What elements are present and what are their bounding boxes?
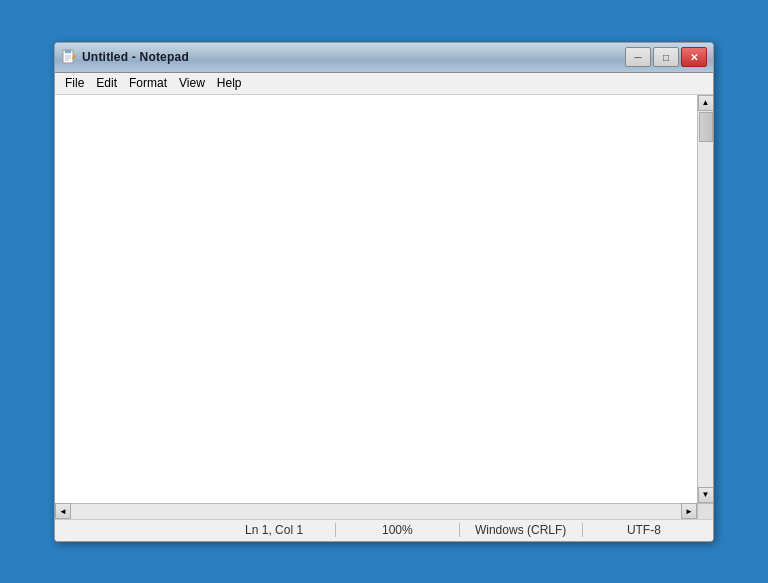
main-content: ▲ ▼ [55, 95, 713, 503]
status-bar: Ln 1, Col 1 100% Windows (CRLF) UTF-8 [55, 519, 713, 541]
menu-format[interactable]: Format [123, 74, 173, 92]
text-editor[interactable] [55, 95, 697, 503]
window-title: Untitled - Notepad [82, 50, 189, 64]
scroll-v-thumb[interactable] [699, 112, 713, 142]
menu-file[interactable]: File [59, 74, 90, 92]
scroll-right-arrow[interactable]: ► [681, 503, 697, 519]
status-zoom: 100% [336, 523, 459, 537]
scrollbar-corner [697, 503, 713, 519]
scroll-up-arrow[interactable]: ▲ [698, 95, 714, 111]
minimize-button[interactable]: ─ [625, 47, 651, 67]
notepad-icon [61, 49, 77, 65]
scroll-v-track[interactable] [698, 111, 713, 487]
text-with-scrollbar: ▲ ▼ [55, 95, 713, 503]
scroll-h-track[interactable] [71, 504, 681, 519]
horizontal-scrollbar[interactable]: ◄ ► [55, 503, 713, 519]
menu-view[interactable]: View [173, 74, 211, 92]
status-line-ending: Windows (CRLF) [460, 523, 583, 537]
scroll-left-arrow[interactable]: ◄ [55, 503, 71, 519]
menu-bar: File Edit Format View Help [55, 73, 713, 95]
bottom-area: ◄ ► Ln 1, Col 1 100% Windows (CRLF) UTF-… [55, 503, 713, 541]
menu-edit[interactable]: Edit [90, 74, 123, 92]
svg-rect-1 [65, 50, 71, 53]
close-button[interactable]: ✕ [681, 47, 707, 67]
vertical-scrollbar[interactable]: ▲ ▼ [697, 95, 713, 503]
title-bar: Untitled - Notepad ─ □ ✕ [55, 43, 713, 73]
title-bar-left: Untitled - Notepad [61, 49, 189, 65]
notepad-window: Untitled - Notepad ─ □ ✕ File Edit Forma… [54, 42, 714, 542]
menu-help[interactable]: Help [211, 74, 248, 92]
title-bar-buttons: ─ □ ✕ [625, 47, 707, 67]
scroll-down-arrow[interactable]: ▼ [698, 487, 714, 503]
maximize-button[interactable]: □ [653, 47, 679, 67]
status-encoding: UTF-8 [583, 523, 705, 537]
status-position: Ln 1, Col 1 [213, 523, 336, 537]
